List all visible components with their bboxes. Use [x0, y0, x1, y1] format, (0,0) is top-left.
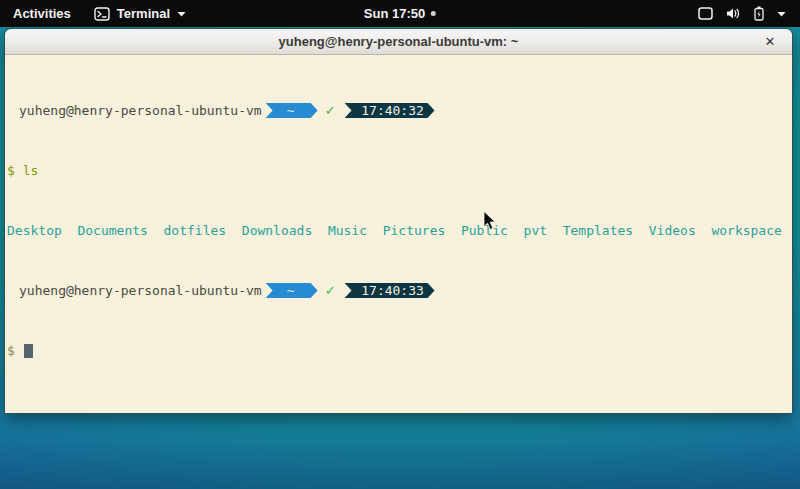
- prompt-line: yuheng@henry-personal-ubuntu-vm ~ ✓ 17:4…: [7, 103, 790, 118]
- clock-label: Sun 17:50: [364, 6, 425, 21]
- window-titlebar[interactable]: yuheng@henry-personal-ubuntu-vm: ~ ✕: [5, 29, 792, 55]
- prompt-user-host: yuheng@henry-personal-ubuntu-vm: [19, 283, 262, 298]
- terminal-window: yuheng@henry-personal-ubuntu-vm: ~ ✕ yuh…: [4, 28, 793, 414]
- input-line[interactable]: $: [7, 343, 790, 358]
- prompt-time-segment: 17:40:32: [345, 103, 435, 118]
- top-bar-left: Activities Terminal: [0, 0, 196, 27]
- terminal-content[interactable]: yuheng@henry-personal-ubuntu-vm ~ ✓ 17:4…: [5, 55, 792, 413]
- prompt-line: yuheng@henry-personal-ubuntu-vm ~ ✓ 17:4…: [7, 283, 790, 298]
- system-status-menu[interactable]: [692, 0, 792, 27]
- window-title: yuheng@henry-personal-ubuntu-vm: ~: [279, 34, 519, 49]
- activities-button[interactable]: Activities: [0, 0, 84, 27]
- command-space: [15, 163, 23, 178]
- status-check-icon: ✓: [325, 103, 336, 118]
- close-button[interactable]: ✕: [757, 29, 783, 54]
- terminal-cursor: [24, 344, 33, 358]
- status-check-icon: ✓: [325, 283, 336, 298]
- prompt-time-segment: 17:40:33: [345, 283, 435, 298]
- volume-icon: [726, 7, 741, 20]
- command-line: $ ls: [7, 163, 790, 178]
- prompt-path-segment: ~: [266, 103, 318, 118]
- input-prompt-symbol: $: [7, 343, 15, 358]
- screen-icon: [698, 7, 713, 20]
- command-prompt-symbol: $: [7, 163, 15, 178]
- prompt-path-segment: ~: [266, 283, 318, 298]
- app-menu-label: Terminal: [117, 6, 170, 21]
- activities-label: Activities: [13, 6, 71, 21]
- notification-dot-icon: [431, 11, 436, 16]
- directory-list: Desktop Documents dotfiles Downloads Mus…: [7, 223, 782, 238]
- battery-charging-icon: [754, 6, 764, 21]
- app-menu-terminal[interactable]: Terminal: [84, 0, 196, 27]
- clock-button[interactable]: Sun 17:50: [364, 0, 436, 27]
- terminal-app-icon: [94, 7, 110, 21]
- ls-output-line: Desktop Documents dotfiles Downloads Mus…: [7, 223, 790, 238]
- command-text: ls: [23, 163, 39, 178]
- app-menu-chevron-down-icon: [177, 11, 186, 17]
- prompt-user-host: yuheng@henry-personal-ubuntu-vm: [19, 103, 262, 118]
- chevron-down-icon: [777, 11, 786, 17]
- mouse-pointer-icon: [483, 211, 496, 235]
- top-bar: Activities Terminal Sun 17:50: [0, 0, 800, 27]
